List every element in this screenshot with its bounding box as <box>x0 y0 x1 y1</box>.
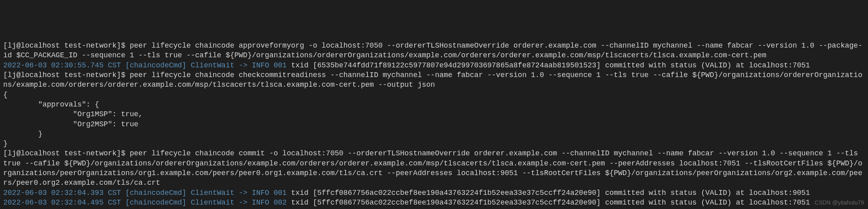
json-output-open: { <box>3 90 865 100</box>
json-output-close: } <box>3 139 865 148</box>
watermark: CSDN @yitahutu79 <box>815 199 864 207</box>
log-line-1: 2022-06-03 02:30:55.745 CST [chaincodeCm… <box>3 61 865 70</box>
log-timestamp: 2022-06-03 02:32:04.393 CST [chaincodeCm… <box>3 189 287 197</box>
shell-prompt: [lj@localhost test-network]$ <box>3 149 130 157</box>
log-message: txid [6535be744fdd71f89122c5977807e94d29… <box>287 61 810 69</box>
log-message: txid [5ffcf0867756ac022ccbef8ee190a43763… <box>287 189 810 197</box>
log-line-3: 2022-06-03 02:32:04.495 CST [chaincodeCm… <box>3 198 865 207</box>
log-line-2: 2022-06-03 02:32:04.393 CST [chaincodeCm… <box>3 188 865 198</box>
json-approvals-key: "approvals": { <box>3 100 865 109</box>
shell-prompt: [lj@localhost test-network]$ <box>3 71 130 79</box>
command-text: peer lifecycle chaincode commit -o local… <box>3 149 862 187</box>
json-org2: "Org2MSP": true <box>3 119 865 129</box>
json-org1: "Org1MSP": true, <box>3 109 865 119</box>
command-line-4: [lj@localhost test-network]$ peer lifecy… <box>3 207 865 209</box>
command-line-1: [lj@localhost test-network]$ peer lifecy… <box>3 41 865 61</box>
log-timestamp: 2022-06-03 02:30:55.745 CST [chaincodeCm… <box>3 61 287 69</box>
command-text: peer lifecycle chaincode checkcommitread… <box>3 71 862 89</box>
command-line-2: [lj@localhost test-network]$ peer lifecy… <box>3 70 865 90</box>
log-timestamp: 2022-06-03 02:32:04.495 CST [chaincodeCm… <box>3 199 287 207</box>
shell-prompt: [lj@localhost test-network]$ <box>3 42 130 50</box>
command-line-3: [lj@localhost test-network]$ peer lifecy… <box>3 148 865 188</box>
terminal[interactable]: [lj@localhost test-network]$ peer lifecy… <box>3 41 865 209</box>
log-message: txid [5ffcf0867756ac022ccbef8ee190a43763… <box>287 199 810 207</box>
json-approvals-close: } <box>3 129 865 139</box>
command-text: peer lifecycle chaincode approveformyorg… <box>3 42 862 59</box>
